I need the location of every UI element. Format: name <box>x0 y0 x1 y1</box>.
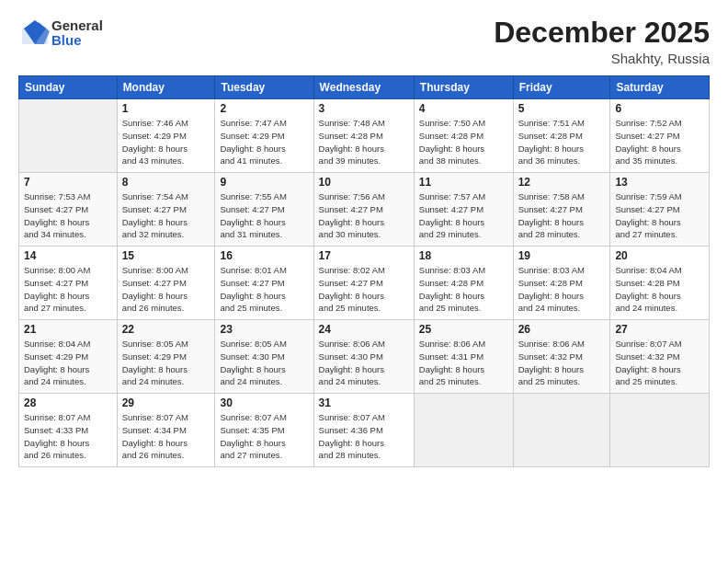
day-cell: 18Sunrise: 8:03 AM Sunset: 4:28 PM Dayli… <box>414 247 513 320</box>
col-sunday: Sunday <box>19 76 118 99</box>
logo-icon <box>18 17 51 50</box>
day-cell <box>414 394 513 467</box>
day-cell: 16Sunrise: 8:01 AM Sunset: 4:27 PM Dayli… <box>215 247 313 320</box>
day-cell: 30Sunrise: 8:07 AM Sunset: 4:35 PM Dayli… <box>215 394 313 467</box>
logo: General Blue <box>18 17 103 50</box>
day-number: 14 <box>24 249 112 262</box>
day-cell: 6Sunrise: 7:52 AM Sunset: 4:27 PM Daylig… <box>610 99 710 173</box>
day-cell: 7Sunrise: 7:53 AM Sunset: 4:27 PM Daylig… <box>19 173 118 247</box>
logo-text: General Blue <box>51 18 103 49</box>
week-row-3: 21Sunrise: 8:04 AM Sunset: 4:29 PM Dayli… <box>19 320 710 394</box>
day-number: 12 <box>518 176 606 189</box>
day-cell: 23Sunrise: 8:05 AM Sunset: 4:30 PM Dayli… <box>215 320 313 394</box>
day-cell: 12Sunrise: 7:58 AM Sunset: 4:27 PM Dayli… <box>513 173 610 247</box>
day-info: Sunrise: 8:00 AM Sunset: 4:27 PM Dayligh… <box>24 264 112 315</box>
day-cell <box>19 99 118 173</box>
day-info: Sunrise: 7:53 AM Sunset: 4:27 PM Dayligh… <box>24 190 112 241</box>
logo-blue: Blue <box>51 33 103 49</box>
day-cell: 15Sunrise: 8:00 AM Sunset: 4:27 PM Dayli… <box>117 247 215 320</box>
day-number: 8 <box>122 176 210 189</box>
day-info: Sunrise: 7:59 AM Sunset: 4:27 PM Dayligh… <box>615 190 704 241</box>
day-info: Sunrise: 8:07 AM Sunset: 4:32 PM Dayligh… <box>615 338 704 388</box>
day-info: Sunrise: 8:06 AM Sunset: 4:32 PM Dayligh… <box>518 338 606 388</box>
day-info: Sunrise: 7:55 AM Sunset: 4:27 PM Dayligh… <box>220 190 308 241</box>
day-info: Sunrise: 8:07 AM Sunset: 4:35 PM Dayligh… <box>220 411 308 462</box>
col-friday: Friday <box>513 76 610 99</box>
title-block: December 2025 Shakhty, Russia <box>494 17 710 66</box>
day-cell: 8Sunrise: 7:54 AM Sunset: 4:27 PM Daylig… <box>117 173 215 247</box>
day-info: Sunrise: 7:57 AM Sunset: 4:27 PM Dayligh… <box>419 190 508 241</box>
day-info: Sunrise: 7:51 AM Sunset: 4:28 PM Dayligh… <box>518 117 606 167</box>
day-cell <box>610 394 710 467</box>
day-info: Sunrise: 7:47 AM Sunset: 4:29 PM Dayligh… <box>220 117 308 167</box>
day-info: Sunrise: 7:56 AM Sunset: 4:27 PM Dayligh… <box>319 190 409 241</box>
day-info: Sunrise: 8:05 AM Sunset: 4:29 PM Dayligh… <box>122 338 210 388</box>
day-info: Sunrise: 8:07 AM Sunset: 4:33 PM Dayligh… <box>24 411 112 462</box>
day-cell: 9Sunrise: 7:55 AM Sunset: 4:27 PM Daylig… <box>215 173 313 247</box>
day-cell <box>513 394 610 467</box>
day-number: 27 <box>615 323 704 336</box>
day-cell: 3Sunrise: 7:48 AM Sunset: 4:28 PM Daylig… <box>313 99 414 173</box>
day-info: Sunrise: 8:07 AM Sunset: 4:36 PM Dayligh… <box>319 411 409 462</box>
day-info: Sunrise: 7:52 AM Sunset: 4:27 PM Dayligh… <box>615 117 704 167</box>
day-info: Sunrise: 8:06 AM Sunset: 4:31 PM Dayligh… <box>419 338 508 388</box>
day-number: 20 <box>615 249 704 262</box>
day-info: Sunrise: 8:06 AM Sunset: 4:30 PM Dayligh… <box>319 338 409 388</box>
location: Shakhty, Russia <box>494 51 710 66</box>
day-number: 9 <box>220 176 308 189</box>
day-info: Sunrise: 7:58 AM Sunset: 4:27 PM Dayligh… <box>518 190 606 241</box>
day-number: 1 <box>122 102 210 115</box>
day-number: 16 <box>220 249 308 262</box>
day-cell: 29Sunrise: 8:07 AM Sunset: 4:34 PM Dayli… <box>117 394 215 467</box>
day-cell: 27Sunrise: 8:07 AM Sunset: 4:32 PM Dayli… <box>610 320 710 394</box>
day-info: Sunrise: 8:00 AM Sunset: 4:27 PM Dayligh… <box>122 264 210 315</box>
col-monday: Monday <box>117 76 215 99</box>
day-number: 22 <box>122 323 210 336</box>
header: General Blue December 2025 Shakhty, Russ… <box>18 17 710 66</box>
day-cell: 14Sunrise: 8:00 AM Sunset: 4:27 PM Dayli… <box>19 247 118 320</box>
day-info: Sunrise: 8:07 AM Sunset: 4:34 PM Dayligh… <box>122 411 210 462</box>
day-info: Sunrise: 7:54 AM Sunset: 4:27 PM Dayligh… <box>122 190 210 241</box>
day-number: 28 <box>24 396 112 409</box>
day-number: 26 <box>518 323 606 336</box>
day-cell: 26Sunrise: 8:06 AM Sunset: 4:32 PM Dayli… <box>513 320 610 394</box>
day-number: 24 <box>319 323 409 336</box>
day-number: 31 <box>319 396 409 409</box>
day-info: Sunrise: 8:04 AM Sunset: 4:29 PM Dayligh… <box>24 338 112 388</box>
day-number: 18 <box>419 249 508 262</box>
col-wednesday: Wednesday <box>313 76 414 99</box>
logo-general: General <box>51 18 103 34</box>
day-info: Sunrise: 7:50 AM Sunset: 4:28 PM Dayligh… <box>419 117 508 167</box>
day-cell: 28Sunrise: 8:07 AM Sunset: 4:33 PM Dayli… <box>19 394 118 467</box>
col-tuesday: Tuesday <box>215 76 313 99</box>
day-cell: 17Sunrise: 8:02 AM Sunset: 4:27 PM Dayli… <box>313 247 414 320</box>
day-cell: 19Sunrise: 8:03 AM Sunset: 4:28 PM Dayli… <box>513 247 610 320</box>
page: General Blue December 2025 Shakhty, Russ… <box>0 0 728 563</box>
day-info: Sunrise: 8:03 AM Sunset: 4:28 PM Dayligh… <box>419 264 508 315</box>
day-cell: 10Sunrise: 7:56 AM Sunset: 4:27 PM Dayli… <box>313 173 414 247</box>
day-info: Sunrise: 8:03 AM Sunset: 4:28 PM Dayligh… <box>518 264 606 315</box>
day-cell: 22Sunrise: 8:05 AM Sunset: 4:29 PM Dayli… <box>117 320 215 394</box>
calendar: Sunday Monday Tuesday Wednesday Thursday… <box>18 75 710 467</box>
week-row-0: 1Sunrise: 7:46 AM Sunset: 4:29 PM Daylig… <box>19 99 710 173</box>
day-number: 15 <box>122 249 210 262</box>
month-title: December 2025 <box>494 17 710 49</box>
day-info: Sunrise: 8:02 AM Sunset: 4:27 PM Dayligh… <box>319 264 409 315</box>
week-row-2: 14Sunrise: 8:00 AM Sunset: 4:27 PM Dayli… <box>19 247 710 320</box>
day-number: 4 <box>419 102 508 115</box>
day-info: Sunrise: 8:05 AM Sunset: 4:30 PM Dayligh… <box>220 338 308 388</box>
header-row: Sunday Monday Tuesday Wednesday Thursday… <box>19 76 710 99</box>
day-number: 3 <box>319 102 409 115</box>
day-number: 13 <box>615 176 704 189</box>
day-number: 17 <box>319 249 409 262</box>
day-info: Sunrise: 8:04 AM Sunset: 4:28 PM Dayligh… <box>615 264 704 315</box>
day-number: 21 <box>24 323 112 336</box>
day-number: 23 <box>220 323 308 336</box>
day-cell: 2Sunrise: 7:47 AM Sunset: 4:29 PM Daylig… <box>215 99 313 173</box>
day-info: Sunrise: 7:48 AM Sunset: 4:28 PM Dayligh… <box>319 117 409 167</box>
day-number: 6 <box>615 102 704 115</box>
day-info: Sunrise: 7:46 AM Sunset: 4:29 PM Dayligh… <box>122 117 210 167</box>
day-cell: 5Sunrise: 7:51 AM Sunset: 4:28 PM Daylig… <box>513 99 610 173</box>
day-number: 5 <box>518 102 606 115</box>
day-cell: 20Sunrise: 8:04 AM Sunset: 4:28 PM Dayli… <box>610 247 710 320</box>
